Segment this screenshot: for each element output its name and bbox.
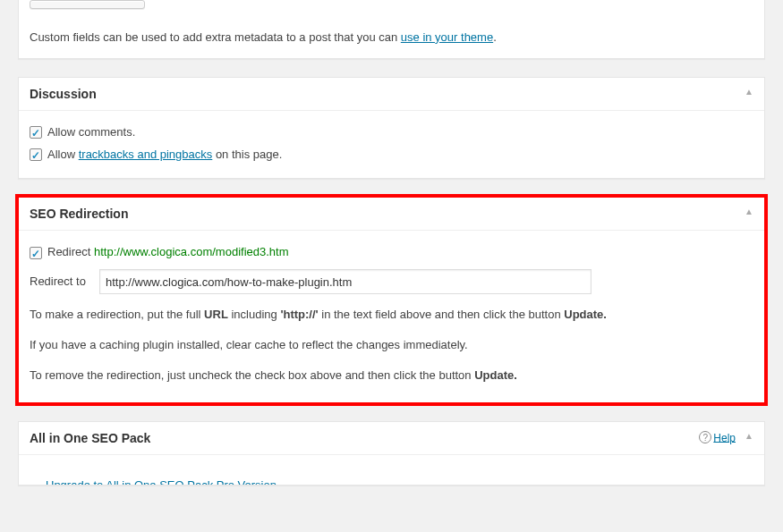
redirect-help-2: If you have a caching plugin installed, …: [30, 335, 753, 355]
help-link[interactable]: Help: [713, 431, 736, 443]
discussion-title[interactable]: Discussion: [19, 78, 764, 111]
allow-pingbacks-checkbox[interactable]: [30, 148, 42, 161]
use-in-theme-link[interactable]: use in your theme: [401, 30, 493, 44]
discussion-metabox: ▲ Discussion Allow comments. Allow track…: [18, 77, 765, 180]
custom-fields-description: Custom fields can be used to add extra m…: [30, 28, 753, 47]
redirect-help-3: To remove the redirection, just uncheck …: [30, 366, 753, 385]
collapse-toggle-icon[interactable]: ▲: [745, 207, 753, 216]
aioseo-title[interactable]: All in One SEO Pack: [19, 422, 764, 455]
redirect-to-input[interactable]: [99, 269, 592, 294]
redirect-enable-checkbox[interactable]: [30, 247, 42, 259]
aioseo-metabox: ▲ ?Help All in One SEO Pack Upgrade to A…: [18, 421, 765, 486]
allow-comments-checkbox[interactable]: [30, 126, 42, 139]
seo-redirection-metabox: ▲ SEO Redirection Redirect http://www.cl…: [18, 197, 765, 402]
collapse-toggle-icon[interactable]: ▲: [745, 87, 753, 97]
seo-redirection-title[interactable]: SEO Redirection: [19, 198, 764, 231]
allow-pingbacks-label: Allow trackbacks and pingbacks on this p…: [47, 146, 282, 165]
collapse-toggle-icon[interactable]: ▲: [745, 431, 753, 441]
redirect-to-label: Redirect to: [30, 273, 92, 291]
upgrade-pro-link[interactable]: Upgrade to All in One SEO Pack Pro Versi…: [46, 477, 277, 486]
add-custom-field-button[interactable]: Add Custom Field: [30, 0, 145, 9]
trackbacks-pingbacks-link[interactable]: trackbacks and pingbacks: [79, 148, 213, 161]
redirect-label: Redirect http://www.clogica.com/modified…: [47, 243, 289, 262]
custom-fields-metabox: Add Custom Field Custom fields can be us…: [18, 0, 765, 59]
redirect-source-url: http://www.clogica.com/modified3.htm: [94, 245, 288, 258]
allow-comments-label: Allow comments.: [47, 123, 135, 142]
redirect-help-1: To make a redirection, put the full URL …: [30, 305, 753, 325]
help-icon: ?: [699, 431, 711, 443]
